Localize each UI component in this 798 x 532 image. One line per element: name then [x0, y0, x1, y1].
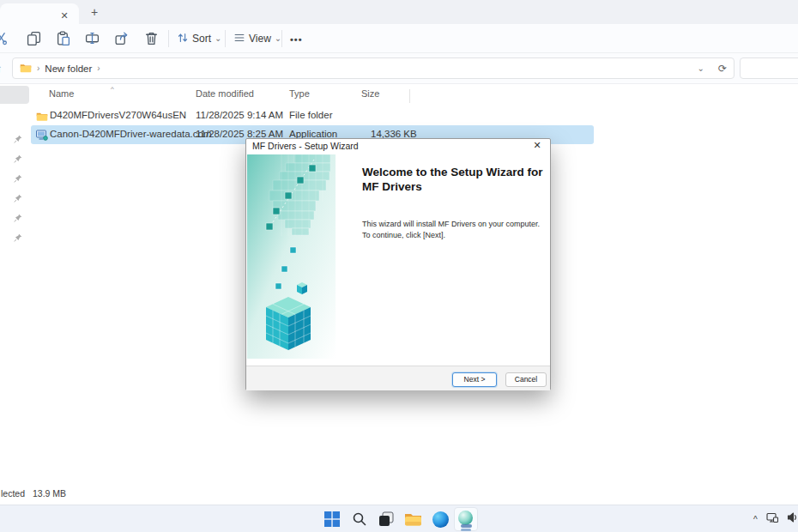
rename-icon[interactable]: [85, 31, 100, 45]
refresh-icon[interactable]: ⟳: [718, 63, 727, 75]
file-type: File folder: [289, 110, 333, 120]
sort-button[interactable]: Sort ⌄: [177, 29, 221, 48]
sort-icon: [177, 32, 189, 46]
pin-icon: [14, 230, 22, 239]
selection-size: 13.9 MB: [33, 488, 66, 499]
pin-icon: [14, 131, 22, 140]
nav-pane-selected-item[interactable]: [0, 86, 29, 104]
copy-icon[interactable]: [27, 31, 41, 45]
cut-icon[interactable]: [0, 31, 9, 45]
share-icon[interactable]: [114, 31, 129, 45]
file-name: Canon-D420MFDriver-waredata.com: [50, 129, 212, 139]
address-bar[interactable]: › New folder › ⌄ ⟳: [12, 57, 735, 79]
running-app-indicator: [461, 529, 471, 531]
address-dropdown-icon[interactable]: ⌄: [698, 64, 704, 73]
setup-wizard-dialog: MF Drivers - Setup Wizard ✕: [245, 138, 551, 390]
file-name: D420MFDriversV270W64usEN: [50, 110, 186, 120]
folder-icon: [20, 61, 32, 76]
dialog-footer: Next > Cancel: [246, 366, 550, 390]
sort-ascending-icon: ^: [111, 85, 114, 93]
chevron-down-icon: ⌄: [275, 34, 281, 43]
chevron-down-icon: ⌄: [215, 34, 221, 43]
system-tray: ^: [753, 509, 798, 529]
view-label: View: [249, 33, 271, 45]
pin-icon: [14, 190, 22, 199]
address-row: ↑ › New folder › ⌄ ⟳: [0, 53, 798, 84]
pin-icon: [14, 210, 22, 219]
folder-icon: [36, 110, 48, 121]
tab-close-icon[interactable]: ✕: [57, 9, 72, 22]
sort-label: Sort: [192, 33, 211, 45]
tray-chevron-up-icon[interactable]: ^: [753, 515, 758, 524]
search-icon[interactable]: [349, 509, 370, 529]
network-display-icon[interactable]: [766, 511, 778, 527]
pin-icon: [14, 151, 22, 160]
explorer-tab[interactable]: ✕: [0, 3, 79, 24]
file-explorer-icon[interactable]: [402, 509, 423, 529]
selection-status: lected: [1, 488, 25, 499]
wizard-body-text: This wizard will install MF Drivers on y…: [362, 219, 544, 240]
paste-icon[interactable]: [56, 31, 70, 45]
column-header-name[interactable]: Name: [49, 88, 74, 99]
search-input[interactable]: [740, 57, 798, 79]
file-row[interactable]: D420MFDriversV270W64usEN 11/28/2025 9:14…: [31, 106, 594, 125]
status-bar: lected 13.9 MB: [0, 484, 798, 503]
column-header-date[interactable]: Date modified: [196, 88, 254, 99]
file-date: 11/28/2025 9:14 AM: [196, 110, 283, 120]
dialog-close-icon[interactable]: ✕: [530, 140, 544, 153]
toolbar-divider: [281, 30, 282, 47]
edge-icon[interactable]: [430, 509, 450, 529]
more-options-button[interactable]: •••: [290, 34, 303, 45]
dialog-title: MF Drivers - Setup Wizard: [252, 141, 359, 151]
breadcrumb-chevron-icon[interactable]: ›: [97, 63, 100, 73]
start-button[interactable]: [322, 509, 342, 529]
new-tab-button[interactable]: +: [86, 4, 103, 20]
next-button[interactable]: Next >: [452, 372, 497, 387]
column-divider[interactable]: [409, 89, 410, 103]
breadcrumb[interactable]: New folder: [45, 63, 92, 74]
toolbar-divider: [168, 30, 169, 47]
view-button[interactable]: View ⌄: [233, 29, 281, 48]
wizard-heading: Welcome to the Setup Wizard for MF Drive…: [362, 165, 544, 194]
column-header-type[interactable]: Type: [289, 88, 310, 99]
volume-icon[interactable]: [787, 511, 798, 527]
mf-setup-app-icon[interactable]: [456, 509, 476, 529]
application-icon: [36, 129, 48, 140]
delete-icon[interactable]: [144, 31, 159, 45]
column-header-size[interactable]: Size: [361, 88, 379, 99]
breadcrumb-chevron-icon: ›: [37, 63, 39, 73]
task-view-icon[interactable]: [376, 509, 396, 529]
cancel-button[interactable]: Cancel: [505, 372, 547, 387]
taskbar: ^: [0, 505, 798, 532]
explorer-tab-strip: ✕ +: [0, 0, 798, 24]
command-bar: Sort ⌄ View ⌄ •••: [0, 24, 798, 53]
wizard-graphic: [247, 154, 336, 359]
view-icon: [233, 32, 245, 46]
toolbar-divider: [225, 30, 226, 47]
pin-icon: [14, 171, 22, 179]
nav-up-icon[interactable]: ↑: [0, 62, 3, 75]
desktop-screen: ✕ +: [0, 0, 798, 532]
